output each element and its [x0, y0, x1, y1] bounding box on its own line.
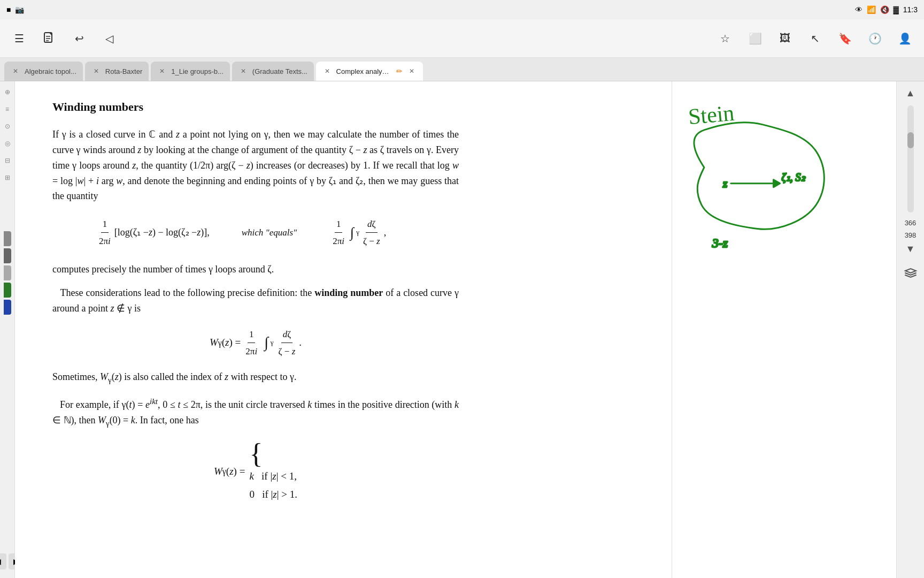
page-num-top: 366: [905, 219, 917, 227]
toolbar: ☰ ↩ ◁ ☆ ⬜ 🖼 ↖ 🔖 🕐 👤: [0, 19, 924, 58]
tab-close-complex[interactable]: ✕: [322, 66, 332, 76]
tab-close-complex-x[interactable]: ✕: [407, 66, 417, 76]
winding-integral-symbol: ∫: [264, 331, 268, 355]
account-button[interactable]: 👤: [894, 28, 915, 49]
tab-close-algebraic[interactable]: ✕: [11, 66, 20, 76]
integral-subscript-1: γ: [356, 227, 359, 238]
tab-close-lie[interactable]: ✕: [157, 66, 167, 76]
piecewise-container: { k if |z| < 1, 0 if |z| > 1.: [249, 440, 297, 503]
nav-prev[interactable]: ◀: [0, 553, 6, 569]
layers-icon[interactable]: [903, 265, 918, 283]
winding-fraction: 1 2πi: [244, 327, 259, 359]
scroll-thumb[interactable]: [907, 132, 914, 148]
tab-edit-icon: ✏: [396, 67, 403, 75]
eye-icon: 👁: [855, 5, 863, 14]
winding-dzeta-denom: ζ − z: [277, 343, 297, 359]
paragraph-sometimes: Sometimes, Wγ(z) is also called the inde…: [52, 369, 459, 386]
svg-text:z: z: [722, 177, 728, 190]
winding-numer: 1: [248, 327, 256, 343]
piecewise-rows: k if |z| < 1, 0 if |z| > 1.: [249, 468, 297, 503]
fraction-numer-dzeta: dζ: [366, 217, 378, 233]
tab-close-rota[interactable]: ✕: [91, 66, 101, 76]
svg-marker-2: [774, 180, 780, 187]
tab-label-grad: (Graduate Texts...: [252, 67, 307, 75]
color-dot-blue[interactable]: [4, 300, 11, 315]
tab-label-lie: 1_Lie groups-b...: [171, 67, 224, 75]
undo-button[interactable]: ↩: [68, 28, 90, 49]
integral-symbol-1: ∫: [350, 222, 354, 244]
annotation-diagram: z ζ₁, S₂ 3-z: [694, 123, 824, 250]
status-icon-2: 📷: [15, 5, 24, 14]
back-button[interactable]: ◁: [98, 28, 120, 49]
signal-icon: 📶: [867, 5, 876, 14]
scroll-track[interactable]: [907, 105, 914, 212]
piecewise-row-0: 0 if |z| > 1.: [249, 486, 297, 503]
tab-algebraic-topol[interactable]: ✕ Algebraic topol...: [4, 62, 83, 81]
color-dot-green[interactable]: [4, 283, 11, 298]
formula-1-right: 1 2πi ∫ γ dζ ζ − z ,: [329, 217, 386, 248]
menu-button[interactable]: ☰: [9, 28, 30, 49]
tab-label-complex: Complex analysi...: [336, 67, 392, 75]
crop-button[interactable]: ⬜: [744, 28, 766, 49]
fraction-numer-2: 1: [335, 217, 343, 233]
paragraph-2: computes precisely the number of times γ…: [52, 262, 459, 277]
status-left: ■ 📷: [6, 5, 24, 14]
paragraph-3: These considerations lead to the followi…: [52, 285, 459, 316]
main-content: ⊕ ≡ ⊙ ◎ ⊟ ⊞ ◀ ▶ Winding numbers If γ is …: [0, 81, 924, 578]
battery-icon: ▓: [894, 5, 899, 14]
color-dot-light-gray[interactable]: [4, 265, 11, 280]
fraction-1-2pi-i-left: 1 2πi: [97, 217, 112, 248]
text-every-time: Every time: [52, 144, 459, 171]
fraction-denom-dzeta: ζ − z: [361, 233, 382, 248]
annotation-stein-text: Stein: [687, 101, 735, 129]
tab-graduate-texts[interactable]: ✕ (Graduate Texts...: [232, 62, 314, 81]
page-num-bottom: 398: [905, 231, 917, 239]
winding-denom: 2πi: [244, 343, 259, 359]
which-equals-text: which "equals": [242, 225, 297, 240]
scroll-up-arrow[interactable]: ▲: [904, 86, 918, 101]
tab-close-grad[interactable]: ✕: [238, 66, 248, 76]
pdf-area: Winding numbers If γ is a closed curve i…: [15, 81, 672, 578]
history-button[interactable]: 🕐: [864, 28, 886, 49]
winding-formula: Wγ(z) = 1 2πi ∫ γ dζ ζ − z .: [52, 327, 459, 359]
time-display: 11:3: [903, 5, 918, 14]
sidebar-icon-1[interactable]: ⊕: [1, 86, 14, 98]
scroll-down-arrow[interactable]: ▼: [904, 241, 918, 257]
cursor-button[interactable]: ↖: [804, 28, 826, 49]
annotation-panel: Stein z ζ₁, S₂ 3-z: [672, 81, 896, 578]
paragraph-1: If γ is a closed curve in ℂ and z a poin…: [52, 127, 459, 204]
tab-lie-groups[interactable]: ✕ 1_Lie groups-b...: [151, 62, 230, 81]
fraction-numer-1: 1: [101, 217, 109, 233]
page-content: Winding numbers If γ is a closed curve i…: [15, 81, 496, 529]
winding-integral-sub: γ: [271, 337, 274, 348]
bookmark-button[interactable]: 🔖: [834, 28, 856, 49]
sidebar-icon-5[interactable]: ⊟: [1, 154, 14, 167]
paragraph-example: For example, if γ(t) = eikt, 0 ≤ t ≤ 2π,…: [52, 395, 459, 429]
document-button[interactable]: [38, 28, 60, 49]
sidebar-icon-3[interactable]: ⊙: [1, 120, 14, 133]
image-button[interactable]: 🖼: [774, 28, 796, 49]
color-dot-gray[interactable]: [4, 231, 11, 246]
tab-complex-analysis[interactable]: ✕ Complex analysi... ✏ ✕: [316, 62, 423, 81]
sidebar-icon-4[interactable]: ◎: [1, 137, 14, 150]
toolbar-left: ☰ ↩ ◁: [9, 28, 120, 49]
formula-1-left: 1 2πi [log(ζ₁ − z) − log(ζ₂ − z)],: [95, 217, 210, 248]
sidebar-icon-6[interactable]: ⊞: [1, 171, 14, 184]
left-sidebar: ⊕ ≡ ⊙ ◎ ⊟ ⊞ ◀ ▶: [0, 81, 15, 578]
color-dot-dark-gray[interactable]: [4, 248, 11, 263]
piecewise-formula: Wγ(z) = { k if |z| < 1, 0 if |z| > 1.: [52, 440, 459, 503]
toolbar-right: ☆ ⬜ 🖼 ↖ 🔖 🕐 👤: [714, 28, 915, 49]
status-bar: ■ 📷 👁 📶 🔇 ▓ 11:3: [0, 0, 924, 19]
piecewise-row-k: k if |z| < 1,: [249, 468, 297, 484]
status-right: 👁 📶 🔇 ▓ 11:3: [855, 5, 918, 14]
page-title: Winding numbers: [52, 97, 459, 116]
fraction-1-2pi-i-right: 1 2πi: [331, 217, 346, 248]
fraction-denom-1: 2πi: [97, 233, 112, 248]
formula-1: 1 2πi [log(ζ₁ − z) − log(ζ₂ − z)], which…: [52, 217, 459, 248]
sidebar-icon-2[interactable]: ≡: [1, 103, 14, 116]
tab-rota-baxter[interactable]: ✕ Rota-Baxter: [85, 62, 149, 81]
winding-dzeta-fraction: dζ ζ − z: [277, 327, 297, 359]
tab-bar: ✕ Algebraic topol... ✕ Rota-Baxter ✕ 1_L…: [0, 58, 924, 81]
star-button[interactable]: ☆: [714, 28, 736, 49]
right-panel: ▲ 366 398 ▼: [896, 81, 924, 578]
